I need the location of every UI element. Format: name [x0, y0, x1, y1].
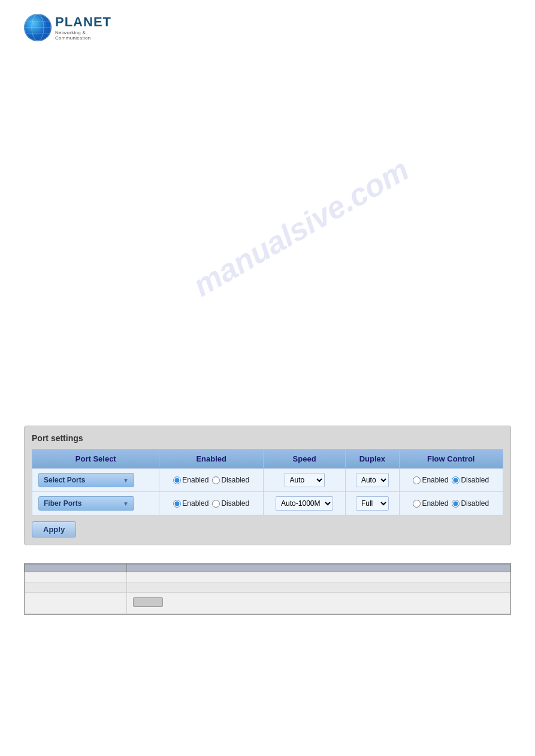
select-ports-dropdown[interactable]: Select Ports ▼ [38, 473, 134, 487]
ref-col-header-1 [25, 564, 127, 572]
duplex-cell-2: Full Half Auto [346, 492, 399, 515]
ref-col-header-2 [127, 564, 510, 572]
ref-table-row [25, 582, 510, 593]
ref-cell-2-1 [25, 582, 127, 593]
port-settings-panel: Port settings Port Select Enabled Speed … [24, 426, 511, 545]
speed-cell-2: Auto-1000M 1000M [263, 492, 345, 515]
fiber-ports-dropdown[interactable]: Fiber Ports ▼ [38, 496, 134, 511]
disabled-radio-1[interactable] [212, 476, 220, 484]
ref-table [25, 564, 510, 614]
fc-enabled-radio-2[interactable] [413, 500, 421, 508]
enabled-cell-1: Enabled Disabled [159, 469, 263, 492]
disabled-radio-label-1[interactable]: Disabled [212, 476, 249, 484]
small-box-indicator [133, 597, 163, 607]
logo-text: PLANET Networking & Communication [55, 14, 111, 41]
enabled-radio-2[interactable] [173, 500, 181, 508]
duplex-select-2[interactable]: Full Half Auto [356, 496, 389, 511]
flow-control-radio-group-2: Enabled Disabled [406, 499, 497, 508]
col-header-duplex: Duplex [346, 450, 399, 469]
enabled-radio-1[interactable] [173, 476, 181, 484]
port-select-cell-2: Fiber Ports ▼ [32, 492, 159, 515]
enabled-cell-2: Enabled Disabled [159, 492, 263, 515]
col-header-flow-control: Flow Control [399, 450, 503, 469]
col-header-port-select: Port Select [32, 450, 159, 469]
ref-cell-3-1 [25, 593, 127, 614]
ref-cell-2-2 [127, 582, 510, 593]
brand-name: PLANET [55, 14, 111, 30]
fc-enabled-radio-1[interactable] [413, 476, 421, 484]
disabled-radio-label-2[interactable]: Disabled [212, 499, 249, 508]
dropdown-arrow-icon-2: ▼ [123, 500, 129, 507]
ref-table-container [24, 563, 511, 615]
main-content: Port settings Port Select Enabled Speed … [0, 426, 535, 615]
fc-disabled-radio-2[interactable] [452, 500, 460, 508]
speed-cell-1: Auto 10M 100M 1000M [263, 469, 345, 492]
settings-table: Port Select Enabled Speed Duplex Flow Co… [32, 449, 503, 515]
ref-cell-1-1 [25, 572, 127, 582]
fc-disabled-radio-1[interactable] [452, 476, 460, 484]
logo-area: PLANET Networking & Communication [0, 0, 535, 54]
select-ports-label: Select Ports [44, 476, 85, 484]
disabled-radio-2[interactable] [212, 500, 220, 508]
enabled-radio-label-2[interactable]: Enabled [173, 499, 208, 508]
watermark: manualsive.com [187, 151, 415, 303]
fc-disabled-label-2[interactable]: Disabled [452, 499, 489, 508]
table-row: Select Ports ▼ Enabled Disabled [32, 469, 503, 492]
fiber-ports-label: Fiber Ports [44, 499, 81, 508]
duplex-select-1[interactable]: Auto Half Full [356, 473, 389, 487]
col-header-enabled: Enabled [159, 450, 263, 469]
col-header-speed: Speed [263, 450, 345, 469]
flow-control-radio-group-1: Enabled Disabled [406, 476, 497, 484]
dropdown-arrow-icon: ▼ [123, 477, 129, 484]
table-row: Fiber Ports ▼ Enabled Disabled [32, 492, 503, 515]
fc-enabled-label-2[interactable]: Enabled [413, 499, 448, 508]
speed-select-2[interactable]: Auto-1000M 1000M [276, 496, 333, 511]
apply-button[interactable]: Apply [32, 521, 76, 538]
ref-cell-1-2 [127, 572, 510, 582]
ref-table-row [25, 572, 510, 582]
enabled-radio-group-1: Enabled Disabled [165, 476, 256, 484]
ref-cell-3-2 [127, 593, 510, 614]
port-select-cell-1: Select Ports ▼ [32, 469, 159, 492]
speed-select-1[interactable]: Auto 10M 100M 1000M [285, 473, 325, 487]
fc-enabled-label-1[interactable]: Enabled [413, 476, 448, 484]
logo-globe-icon [24, 14, 52, 41]
brand-subtitle: Networking & Communication [55, 30, 111, 41]
flow-control-cell-1: Enabled Disabled [399, 469, 503, 492]
logo: PLANET Networking & Communication [24, 11, 96, 44]
enabled-radio-group-2: Enabled Disabled [165, 499, 256, 508]
ref-table-row [25, 593, 510, 614]
fc-disabled-label-1[interactable]: Disabled [452, 476, 489, 484]
panel-title: Port settings [32, 433, 503, 443]
enabled-radio-label-1[interactable]: Enabled [173, 476, 208, 484]
flow-control-cell-2: Enabled Disabled [399, 492, 503, 515]
duplex-cell-1: Auto Half Full [346, 469, 399, 492]
